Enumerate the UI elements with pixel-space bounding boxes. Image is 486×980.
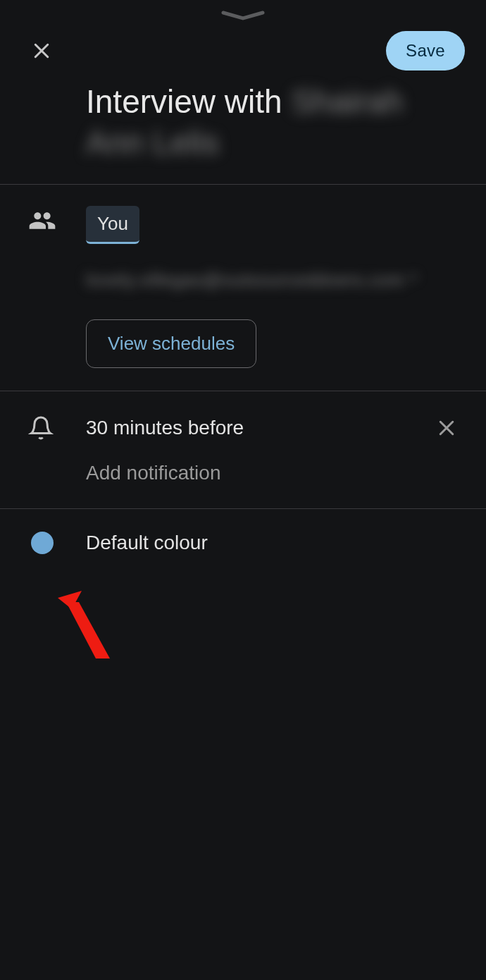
event-color-label: Default colour [54, 532, 208, 554]
svg-marker-0 [58, 591, 82, 609]
event-color-row[interactable]: Default colour [0, 509, 486, 554]
you-chip[interactable]: You [86, 206, 139, 244]
view-schedules-button[interactable]: View schedules [86, 319, 256, 368]
color-dot-icon [31, 532, 54, 554]
notification-row[interactable]: 30 minutes before [0, 391, 486, 442]
event-title-visible: Interview with [86, 83, 291, 120]
event-title-field[interactable]: Interview with Shairah Ann Lelis [0, 78, 486, 184]
remove-notification-button[interactable] [432, 414, 461, 442]
bell-icon [28, 415, 70, 441]
sheet-drag-handle[interactable] [0, 0, 486, 21]
event-title-redacted-2: Ann Lelis [86, 124, 219, 161]
add-notification-button[interactable]: Add notification [0, 442, 486, 508]
attendee-email-redacted: lovely.villegas@outsourceddoers.com * [86, 269, 465, 291]
event-title-redacted-1: Shairah [291, 83, 403, 120]
svg-marker-1 [66, 602, 110, 659]
save-button[interactable]: Save [386, 31, 465, 71]
people-section: You lovely.villegas@outsourceddoers.com … [0, 185, 486, 391]
close-button[interactable] [30, 39, 54, 63]
notification-label: 30 minutes before [70, 417, 432, 439]
top-bar: Save [0, 21, 486, 78]
annotation-arrow [51, 591, 121, 668]
people-icon [28, 206, 70, 234]
